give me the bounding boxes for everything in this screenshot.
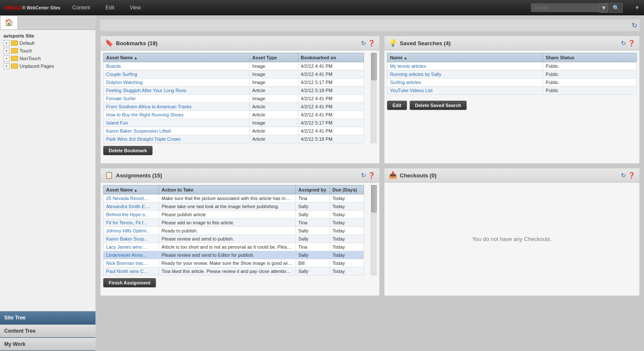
table-row[interactable]: Lacy James wins ... Article is too short… [104, 243, 371, 251]
table-row[interactable]: Nick Brennan trac... Ready for your revi… [104, 259, 371, 267]
search-go-button[interactable]: 🔍 [609, 3, 623, 13]
saved-search-status: Public [543, 87, 637, 95]
table-row[interactable]: Alexandra Smith E.... Please take one la… [104, 203, 371, 211]
checkouts-help-btn[interactable]: ❓ [628, 172, 635, 179]
bookmark-link[interactable]: Karen Baker Suspension Lifted [106, 128, 171, 133]
assignment-due: Today [330, 235, 364, 243]
table-row[interactable]: My tennis articles Public [387, 62, 637, 70]
saved-searches-col-name[interactable]: Name▲ [387, 53, 543, 62]
assignments-scrollbar-thumb[interactable] [371, 185, 377, 212]
bookmarks-col-date[interactable]: Bookmarked on [298, 53, 364, 62]
finish-assignment-button[interactable]: Finish Assignment [103, 278, 156, 287]
tree-item-touch[interactable]: + Touch [0, 47, 95, 55]
site-tree-item[interactable]: Site Tree [0, 311, 95, 325]
table-row[interactable]: Surfing articles Public [387, 78, 637, 87]
table-row[interactable]: Running articles by Sally Public [387, 70, 637, 78]
assignment-link[interactable]: Alexandra Smith E.... [106, 204, 150, 209]
table-row[interactable]: Johnny Hills Optimi... Ready to publish.… [104, 227, 371, 235]
assignments-col-name[interactable]: Asset Name▲ [104, 186, 159, 194]
expand-touch[interactable]: + [3, 48, 9, 54]
assignment-link[interactable]: Lindemeyer Anno... [106, 252, 147, 258]
assignments-title: Assignments (15) [116, 172, 358, 179]
assignment-link[interactable]: 25 Nevada Resort.... [106, 196, 149, 201]
nav-arrow[interactable]: ▼ [635, 5, 640, 11]
bookmarks-col-type[interactable]: Asset Type [249, 53, 298, 62]
tree-label-nontouch: NonTouch [20, 56, 41, 61]
view-menu[interactable]: View [126, 5, 144, 11]
expand-unplaced[interactable]: + [3, 63, 9, 69]
content-menu[interactable]: Content [69, 5, 94, 11]
bookmarks-scrollbar-thumb[interactable] [371, 53, 377, 80]
assignment-action: Ready for your review. Make sure the Sho… [159, 259, 296, 267]
table-row[interactable]: Island Fun Image 4/2/12 5:17 PM [104, 119, 371, 127]
table-row[interactable]: 25 Nevada Resort.... Make sure that the … [104, 194, 371, 203]
table-row[interactable]: Fit for Tennis, Fit f... Please add an i… [104, 219, 371, 227]
bookmark-link[interactable]: Island Fun [106, 120, 128, 125]
assignments-scrollbar[interactable] [371, 185, 377, 276]
table-row[interactable]: Boards Image 4/2/12 4:41 PM [104, 62, 371, 70]
edit-menu[interactable]: Edit [102, 5, 118, 11]
bookmark-link[interactable]: Couple Surfing [106, 72, 137, 77]
bookmark-link[interactable]: Dolphin Watching [106, 80, 143, 85]
table-row[interactable]: Behind the Hype o... Please publish arti… [104, 211, 371, 219]
bookmark-link[interactable]: Park Wins 3rd Straight Triple Crown [106, 136, 181, 142]
tree-item-unplaced[interactable]: + Unplaced Pages [0, 62, 95, 70]
table-row[interactable]: Park Wins 3rd Straight Triple Crown Arti… [104, 135, 371, 143]
table-row[interactable]: Lindemeyer Anno... Please review and sen… [104, 251, 371, 259]
search-input[interactable] [531, 3, 599, 12]
table-row[interactable]: Feeling Sluggish After Your Long Runs Ar… [104, 87, 371, 95]
table-row[interactable]: Karen Baker Susp... Please review and se… [104, 235, 371, 243]
checkouts-refresh-btn[interactable]: ↻ [621, 172, 626, 179]
assignment-link[interactable]: Fit for Tennis, Fit f... [106, 220, 147, 225]
table-row[interactable]: Female Surfer Image 4/2/12 4:41 PM [104, 95, 371, 103]
table-row[interactable]: How to Buy the Right Running Shoes Artic… [104, 111, 371, 119]
assignments-refresh-btn[interactable]: ↻ [361, 172, 366, 179]
refresh-icon[interactable]: ↻ [632, 21, 637, 29]
assignments-col-by[interactable]: Assigned by [296, 186, 330, 194]
assignment-link[interactable]: Behind the Hype o... [106, 212, 149, 217]
assignment-link[interactable]: Karen Baker Susp... [106, 236, 148, 241]
assignment-link[interactable]: Johnny Hills Optimi... [106, 228, 150, 233]
bookmarks-refresh-btn[interactable]: ↻ [361, 40, 366, 46]
expand-nontouch[interactable]: + [3, 55, 9, 61]
bookmark-link[interactable]: Feeling Sluggish After Your Long Runs [106, 88, 186, 93]
tab-bar: 🏠 [0, 15, 95, 30]
saved-search-link[interactable]: YouTube Videos List [390, 88, 433, 93]
table-row[interactable]: Dolphin Watching Image 4/2/12 5:17 PM [104, 78, 371, 87]
saved-searches-col-status[interactable]: Share Status [543, 53, 637, 62]
bookmark-link[interactable]: Boards [106, 64, 121, 69]
home-tab[interactable]: 🏠 [0, 15, 18, 29]
search-dropdown-button[interactable]: ▼ [599, 3, 609, 13]
table-row[interactable]: From Southern Africa to American Tracks … [104, 103, 371, 111]
table-row[interactable]: YouTube Videos List Public [387, 87, 637, 95]
delete-bookmark-button[interactable]: Delete Bookmark [103, 146, 153, 155]
bookmark-link[interactable]: From Southern Africa to American Tracks [106, 104, 192, 109]
assignment-link[interactable]: Lacy James wins ... [106, 244, 147, 249]
edit-saved-search-button[interactable]: Edit [387, 101, 407, 110]
table-row[interactable]: Karen Baker Suspension Lifted Article 4/… [104, 127, 371, 135]
bookmark-link[interactable]: How to Buy the Right Running Shoes [106, 112, 184, 117]
assignment-link[interactable]: Nick Brennan trac... [106, 261, 147, 266]
delete-saved-search-button[interactable]: Delete Saved Search [410, 101, 467, 110]
saved-searches-refresh-btn[interactable]: ↻ [621, 40, 626, 46]
checkouts-panel: 📥 Checkouts (0) ↻ ❓ You do not have any … [384, 168, 640, 296]
bookmarks-help-btn[interactable]: ❓ [368, 40, 375, 46]
table-row[interactable]: Couple Surfing Image 4/2/12 4:41 PM [104, 70, 371, 78]
tree-item-nontouch[interactable]: + NonTouch [0, 55, 95, 62]
my-work-item[interactable]: My Work [0, 338, 95, 351]
saved-search-link[interactable]: Surfing articles [390, 80, 421, 85]
assignments-col-action[interactable]: Action to Take [159, 186, 296, 194]
saved-search-link[interactable]: My tennis articles [390, 64, 426, 69]
assignments-col-due[interactable]: Due (Days) [330, 186, 364, 194]
assignment-link[interactable]: Paul North wins C... [106, 269, 147, 274]
expand-default[interactable]: + [3, 40, 9, 46]
bookmark-link[interactable]: Female Surfer [106, 96, 136, 101]
content-tree-item[interactable]: Content Tree [0, 325, 95, 338]
saved-search-link[interactable]: Running articles by Sally [390, 72, 441, 77]
tree-item-default[interactable]: + Default [0, 39, 95, 47]
assignments-help-btn[interactable]: ❓ [368, 172, 375, 179]
saved-searches-help-btn[interactable]: ❓ [628, 40, 635, 46]
table-row[interactable]: Paul North wins C... Tina liked this art… [104, 267, 371, 276]
bookmarks-col-name[interactable]: Asset Name▲ [104, 53, 250, 62]
bookmarks-scrollbar[interactable] [371, 53, 377, 143]
